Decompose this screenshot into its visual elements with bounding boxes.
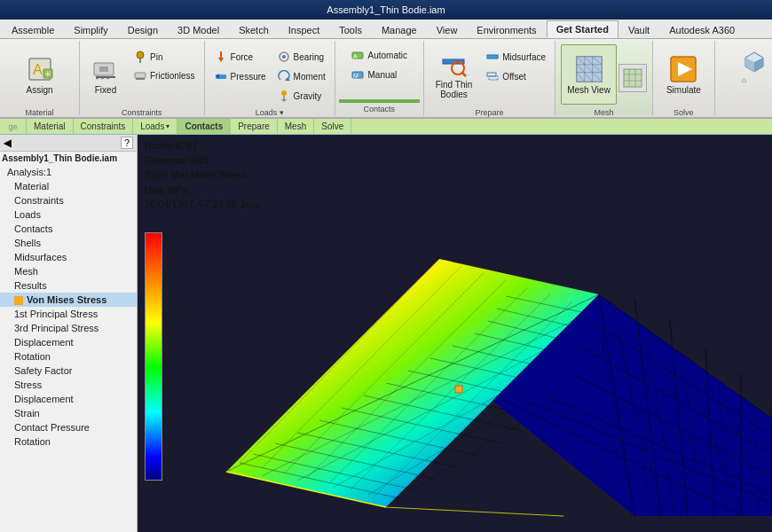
sidebar-item-displacement1[interactable]: Displacement — [0, 335, 137, 349]
sidebar-item-midsurfaces[interactable]: Midsurfaces — [0, 250, 137, 264]
pin-label: Pin — [150, 52, 162, 62]
midsurface-icon — [485, 50, 500, 64]
sidebar-item-displacement2[interactable]: Displacement — [0, 392, 137, 406]
manual-button[interactable]: M Manual — [347, 66, 400, 83]
sidebar-item-stress[interactable]: Stress — [0, 378, 137, 392]
tab-get-started[interactable]: Get Started — [547, 20, 618, 38]
constraints-group-label: Constraints — [122, 106, 162, 117]
ribbon-group-material: A + Assign Material — [0, 41, 80, 115]
sidebar-item-filename[interactable]: Assembly1_Thin Bodie.iam — [0, 152, 137, 165]
svg-rect-32 — [487, 73, 496, 76]
moment-label: Moment — [294, 72, 326, 82]
cat-constraints[interactable]: Constraints — [74, 119, 134, 134]
tab-environments[interactable]: Environments — [467, 21, 546, 38]
tab-assemble[interactable]: Assemble — [2, 21, 64, 38]
force-icon — [214, 50, 228, 64]
selected-node — [455, 386, 462, 393]
frictionless-icon — [133, 68, 147, 82]
offset-label: Offset — [502, 72, 526, 82]
cat-material[interactable]: Material — [27, 119, 74, 134]
midsurface-button[interactable]: Midsurface — [482, 48, 549, 66]
cat-solve[interactable]: Solve — [314, 119, 351, 134]
simulate-icon — [669, 55, 697, 83]
sidebar-header: ◀ ? — [0, 135, 137, 152]
svg-point-10 — [137, 51, 144, 59]
frictionless-button[interactable]: Frictionless — [130, 66, 199, 84]
cat-mesh[interactable]: Mesh — [278, 119, 314, 134]
sidebar-item-strain[interactable]: Strain — [0, 406, 137, 420]
ribbon-group-loads: Force Pressure — [205, 41, 335, 115]
cat-contacts[interactable]: Contacts — [177, 119, 231, 134]
von-mises-dot — [14, 296, 23, 305]
info-unit: Unit: MPa — [145, 183, 260, 198]
tab-inspect[interactable]: Inspect — [279, 21, 329, 38]
sidebar-item-mesh[interactable]: Mesh — [0, 264, 137, 278]
title-text: Assembly1_Thin Bodie.iam — [327, 4, 445, 15]
automatic-icon: A — [351, 48, 365, 62]
automatic-button[interactable]: A Automatic — [347, 46, 410, 64]
sidebar-item-rotation2[interactable]: Rotation — [0, 434, 137, 449]
contacts-group-label: Contacts — [363, 103, 395, 113]
simulate-label: Simulate — [666, 85, 701, 95]
tab-manage[interactable]: Manage — [372, 21, 427, 38]
offset-button[interactable]: Offset — [482, 67, 549, 85]
sidebar-item-3rd-principal[interactable]: 3rd Principal Stress — [0, 321, 137, 335]
assign-button[interactable]: A + Assign — [20, 44, 60, 105]
svg-rect-33 — [489, 76, 498, 80]
title-bar: Assembly1_Thin Bodie.iam — [0, 0, 772, 20]
assign-icon: A + — [26, 55, 54, 83]
fixed-button[interactable]: Fixed — [85, 44, 126, 105]
sidebar-item-constraints[interactable]: Constraints — [0, 193, 137, 207]
simulate-button[interactable]: Simulate — [660, 44, 707, 105]
sidebar-item-analysis[interactable]: Analysis:1 — [0, 165, 137, 179]
tab-3dmodel[interactable]: 3D Model — [168, 21, 229, 38]
assign-label: Assign — [26, 85, 52, 95]
ribbon-group-contacts: A Automatic M Manual Contacts — [335, 41, 424, 115]
cat-loads[interactable]: Loads ▾ — [133, 119, 177, 134]
pressure-button[interactable]: Pressure — [210, 67, 270, 85]
gravity-button[interactable]: Gravity — [273, 87, 329, 105]
sidebar-item-rotation1[interactable]: Rotation — [0, 349, 137, 364]
gravity-label: Gravity — [294, 91, 322, 101]
home-icon[interactable]: ⌂ — [742, 76, 746, 84]
sidebar-item-results[interactable]: Results — [0, 278, 137, 293]
force-button[interactable]: Force — [210, 48, 270, 66]
find-thin-bodies-button[interactable]: Find Thin Bodies — [429, 44, 479, 105]
moment-button[interactable]: Moment — [273, 67, 329, 85]
svg-point-21 — [281, 90, 287, 96]
mesh-view-icon — [575, 55, 603, 83]
info-overlay: Nodes:6787 Elements:9501 Type: Von Mises… — [145, 138, 260, 212]
pressure-icon — [214, 69, 228, 83]
ribbon-group-solve: Simulate Solve — [653, 41, 715, 115]
tab-simplify[interactable]: Simplify — [64, 21, 118, 38]
pin-icon — [133, 50, 147, 64]
sidebar-collapse-btn[interactable]: ◀ — [4, 137, 11, 149]
sidebar-item-material[interactable]: Material — [0, 179, 137, 193]
svg-text:M: M — [353, 73, 358, 79]
bearing-icon — [277, 50, 291, 64]
cat-prepare[interactable]: Prepare — [231, 119, 278, 134]
bearing-label: Bearing — [294, 52, 324, 62]
pin-button[interactable]: Pin — [130, 48, 199, 66]
tab-view[interactable]: View — [427, 21, 468, 38]
sidebar-item-von-mises[interactable]: Von Mises Stress — [0, 293, 137, 307]
sidebar-item-contact-pressure[interactable]: Contact Pressure — [0, 420, 137, 434]
tab-design[interactable]: Design — [118, 21, 168, 38]
sidebar-item-shells[interactable]: Shells — [0, 236, 137, 250]
tab-autodesk[interactable]: Autodesk A360 — [659, 21, 744, 38]
sidebar-help-btn[interactable]: ? — [121, 137, 133, 149]
mesh-view-button[interactable]: Mesh View — [561, 44, 617, 105]
bearing-button[interactable]: Bearing — [273, 48, 329, 66]
tab-tools[interactable]: Tools — [329, 21, 372, 38]
manual-icon: M — [351, 67, 365, 82]
ribbon-group-mesh: Mesh View Mesh — [555, 41, 653, 115]
sidebar-item-contacts[interactable]: Contacts — [0, 222, 137, 236]
moment-icon — [277, 69, 291, 83]
viewport[interactable]: Nodes:6787 Elements:9501 Type: Von Mises… — [138, 135, 772, 532]
tab-vault[interactable]: Vault — [618, 21, 659, 38]
fixed-label: Fixed — [95, 85, 116, 95]
sidebar-item-loads[interactable]: Loads — [0, 207, 137, 222]
tab-sketch[interactable]: Sketch — [229, 21, 279, 38]
sidebar-item-safety-factor[interactable]: Safety Factor — [0, 364, 137, 378]
sidebar-item-1st-principal[interactable]: 1st Principal Stress — [0, 307, 137, 321]
